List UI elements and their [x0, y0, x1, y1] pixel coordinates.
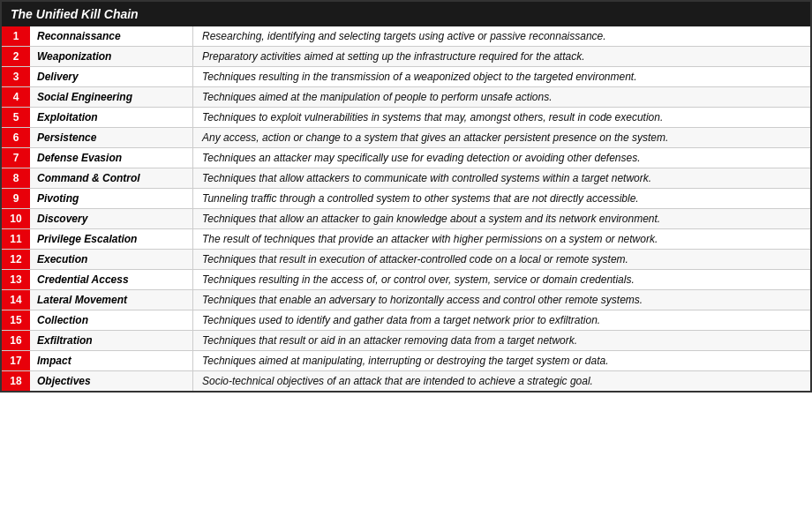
- table-row: 16ExfiltrationTechniques that result or …: [2, 331, 810, 351]
- row-number: 15: [2, 310, 30, 330]
- row-technique-name: Weaponization: [30, 47, 193, 66]
- row-technique-description: Socio-technical objectives of an attack …: [193, 371, 810, 391]
- row-number: 6: [2, 128, 30, 147]
- table-body: 1ReconnaissanceResearching, identifying …: [2, 26, 810, 391]
- row-number: 2: [2, 47, 30, 66]
- row-technique-description: Tunneling traffic through a controlled s…: [193, 189, 810, 208]
- row-technique-description: Techniques used to identify and gather d…: [193, 310, 810, 330]
- row-technique-name: Discovery: [30, 209, 193, 228]
- row-technique-name: Defense Evasion: [30, 148, 193, 168]
- row-number: 5: [2, 108, 30, 127]
- row-number: 16: [2, 331, 30, 350]
- row-number: 1: [2, 26, 30, 46]
- row-technique-name: Credential Access: [30, 270, 193, 289]
- table-row: 18ObjectivesSocio-technical objectives o…: [2, 371, 810, 391]
- table-title: The Unified Kill Chain: [11, 7, 139, 21]
- row-technique-description: Techniques that allow attackers to commu…: [193, 168, 810, 188]
- table-row: 6PersistenceAny access, action or change…: [2, 128, 810, 148]
- row-technique-description: Techniques that enable an adversary to h…: [193, 290, 810, 310]
- table-row: 11Privilege EscalationThe result of tech…: [2, 229, 810, 250]
- row-number: 17: [2, 351, 30, 370]
- table-row: 4Social EngineeringTechniques aimed at t…: [2, 87, 810, 108]
- table-row: 1ReconnaissanceResearching, identifying …: [2, 26, 810, 47]
- row-technique-description: Techniques resulting in the access of, o…: [193, 270, 810, 289]
- row-technique-description: Techniques aimed at the manipulation of …: [193, 87, 810, 107]
- row-number: 4: [2, 87, 30, 107]
- row-technique-description: Techniques an attacker may specifically …: [193, 148, 810, 168]
- row-number: 11: [2, 229, 30, 249]
- row-technique-name: Command & Control: [30, 168, 193, 188]
- row-technique-description: Techniques that result or aid in an atta…: [193, 331, 810, 350]
- row-number: 9: [2, 189, 30, 208]
- table-row: 10DiscoveryTechniques that allow an atta…: [2, 209, 810, 229]
- row-number: 12: [2, 250, 30, 269]
- row-technique-name: Collection: [30, 310, 193, 330]
- row-technique-name: Delivery: [30, 67, 193, 86]
- row-technique-name: Exfiltration: [30, 331, 193, 350]
- table-row: 13Credential AccessTechniques resulting …: [2, 270, 810, 290]
- row-technique-description: Any access, action or change to a system…: [193, 128, 810, 147]
- row-technique-name: Objectives: [30, 371, 193, 391]
- table-row: 3DeliveryTechniques resulting in the tra…: [2, 67, 810, 87]
- row-technique-name: Persistence: [30, 128, 193, 147]
- table-row: 2WeaponizationPreparatory activities aim…: [2, 47, 810, 67]
- table-row: 17ImpactTechniques aimed at manipulating…: [2, 351, 810, 371]
- row-technique-description: Techniques resulting in the transmission…: [193, 67, 810, 86]
- row-technique-name: Execution: [30, 250, 193, 269]
- row-number: 18: [2, 371, 30, 391]
- table-row: 15CollectionTechniques used to identify …: [2, 310, 810, 331]
- table-row: 14Lateral MovementTechniques that enable…: [2, 290, 810, 310]
- row-number: 8: [2, 168, 30, 188]
- row-technique-description: Techniques that result in execution of a…: [193, 250, 810, 269]
- row-technique-description: Techniques to exploit vulnerabilities in…: [193, 108, 810, 127]
- row-number: 14: [2, 290, 30, 310]
- row-technique-description: Techniques aimed at manipulating, interr…: [193, 351, 810, 370]
- row-technique-description: Researching, identifying and selecting t…: [193, 26, 810, 46]
- row-technique-name: Exploitation: [30, 108, 193, 127]
- row-technique-name: Lateral Movement: [30, 290, 193, 310]
- row-technique-description: Preparatory activities aimed at setting …: [193, 47, 810, 66]
- unified-kill-chain-table: The Unified Kill Chain 1ReconnaissanceRe…: [0, 0, 812, 393]
- row-technique-name: Reconnaissance: [30, 26, 193, 46]
- row-technique-description: Techniques that allow an attacker to gai…: [193, 209, 810, 228]
- row-technique-name: Impact: [30, 351, 193, 370]
- row-number: 10: [2, 209, 30, 228]
- row-technique-name: Privilege Escalation: [30, 229, 193, 249]
- table-row: 5ExploitationTechniques to exploit vulne…: [2, 108, 810, 128]
- table-row: 8Command & ControlTechniques that allow …: [2, 168, 810, 189]
- row-number: 3: [2, 67, 30, 86]
- table-row: 9PivotingTunneling traffic through a con…: [2, 189, 810, 209]
- row-technique-description: The result of techniques that provide an…: [193, 229, 810, 249]
- row-number: 7: [2, 148, 30, 168]
- table-row: 12ExecutionTechniques that result in exe…: [2, 250, 810, 270]
- row-technique-name: Pivoting: [30, 189, 193, 208]
- table-header: The Unified Kill Chain: [2, 2, 810, 26]
- table-row: 7Defense EvasionTechniques an attacker m…: [2, 148, 810, 168]
- row-technique-name: Social Engineering: [30, 87, 193, 107]
- row-number: 13: [2, 270, 30, 289]
